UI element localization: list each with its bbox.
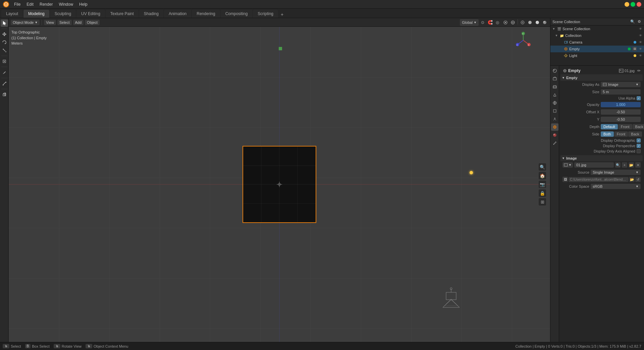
display-as-dropdown[interactable]: Image ▼: [601, 82, 641, 87]
tab-sculpting[interactable]: Sculpting: [50, 10, 76, 18]
scale-tool[interactable]: [1, 47, 8, 54]
image-section-header[interactable]: ▼ Image: [560, 155, 643, 161]
select-menu[interactable]: Select: [57, 20, 72, 25]
depth-back-btn[interactable]: Back: [633, 124, 644, 129]
rendered-shading[interactable]: [541, 19, 548, 26]
outliner-light[interactable]: ▶ Light 👁: [550, 52, 644, 59]
opacity-input[interactable]: 1.000: [601, 102, 641, 107]
offset-y-input[interactable]: -0.50: [601, 117, 641, 122]
render-props-btn[interactable]: [551, 67, 558, 74]
menu-edit[interactable]: Edit: [24, 1, 36, 7]
measure-tool[interactable]: [1, 80, 8, 87]
tab-animation[interactable]: Animation: [164, 10, 191, 18]
image-open-btn[interactable]: 📂: [629, 162, 634, 168]
tab-texture-paint[interactable]: Texture Paint: [106, 10, 139, 18]
image-type-selector[interactable]: ▼: [562, 162, 573, 168]
menu-help[interactable]: Help: [76, 1, 90, 7]
world-props-btn[interactable]: [551, 99, 558, 107]
image-unlink-btn[interactable]: ✕: [635, 162, 641, 168]
collection-expand[interactable]: ▼: [552, 27, 556, 31]
tab-layout[interactable]: Layout: [1, 10, 23, 18]
file-path-reload[interactable]: ↺: [635, 177, 641, 182]
color-space-dropdown[interactable]: sRGB ▼: [591, 184, 641, 189]
menu-render[interactable]: Render: [37, 1, 55, 7]
outliner-scene-collection[interactable]: ▼ 🎬 Scene Collection 👁: [550, 25, 644, 32]
view-layer-props-btn[interactable]: [551, 83, 558, 91]
transform-pivot[interactable]: ⊙: [479, 19, 486, 26]
select-key[interactable]: 🖱: [3, 344, 9, 348]
file-path-browse[interactable]: 📂: [629, 177, 635, 182]
outliner-camera[interactable]: ▶ Camera 👁: [550, 39, 644, 46]
file-path-icon[interactable]: 🖼: [562, 177, 568, 182]
side-back-btn[interactable]: Back: [628, 131, 642, 137]
viewport-fly-mode[interactable]: 🏠: [539, 172, 546, 179]
outliner-filter-btn[interactable]: 🔍: [630, 19, 635, 24]
viewport-camera-view[interactable]: 📷: [539, 181, 546, 188]
material-shading[interactable]: [534, 19, 541, 26]
particles-props-btn[interactable]: [551, 139, 558, 147]
menu-window[interactable]: Window: [56, 1, 76, 7]
tab-rendering[interactable]: Rendering: [192, 10, 220, 18]
props-edit-icon[interactable]: ✏: [637, 68, 641, 73]
viewport-area[interactable]: Object Mode ▼ View Select Add Object Glo…: [9, 18, 550, 342]
collection-expand-inner[interactable]: ▼: [554, 34, 558, 38]
display-persp-checkbox[interactable]: [637, 144, 641, 148]
tab-compositing[interactable]: Compositing: [221, 10, 253, 18]
tab-uv-editing[interactable]: UV Editing: [76, 10, 105, 18]
depth-default-btn[interactable]: Default: [601, 124, 618, 129]
object-mode-dropdown[interactable]: Object Mode ▼: [11, 20, 40, 25]
size-input[interactable]: 5 m: [601, 89, 641, 95]
menu-file[interactable]: File: [11, 1, 23, 7]
viewport-overlay-btn[interactable]: [502, 19, 509, 26]
output-props-btn[interactable]: [551, 75, 558, 82]
source-dropdown[interactable]: Single Image ▼: [591, 170, 641, 175]
viewport-canvas[interactable]: Top Orthographic (1) Collection | Empty …: [9, 27, 550, 342]
image-name-field[interactable]: 01.jpg: [574, 162, 614, 168]
view-menu[interactable]: View: [44, 20, 56, 25]
use-alpha-checkbox[interactable]: [637, 96, 641, 100]
context-key[interactable]: 🖱: [86, 344, 92, 348]
annotate-tool[interactable]: [1, 69, 8, 76]
modifier-props-btn[interactable]: [551, 115, 558, 123]
select-tool[interactable]: [1, 19, 8, 27]
scene-eye-icon[interactable]: 👁: [638, 26, 643, 31]
proportional-editing[interactable]: ◎: [494, 19, 501, 26]
outliner-filter2-btn[interactable]: ⚙: [637, 19, 642, 24]
add-workspace-button[interactable]: +: [279, 11, 285, 18]
data-props-btn[interactable]: [551, 123, 558, 131]
empty-section-header[interactable]: ▼ Empty: [560, 75, 643, 81]
image-new-btn[interactable]: +: [622, 162, 627, 168]
image-browse-btn[interactable]: 🔍: [615, 162, 621, 168]
object-props-btn[interactable]: [551, 107, 558, 115]
add-menu[interactable]: Add: [73, 20, 84, 25]
solid-shading[interactable]: [527, 19, 533, 26]
add-cube-tool[interactable]: [1, 91, 8, 98]
box-select-key[interactable]: B: [25, 344, 31, 348]
display-ortho-checkbox[interactable]: [637, 138, 641, 142]
collection-eye-icon[interactable]: 👁: [638, 33, 643, 38]
object-menu[interactable]: Object: [85, 20, 100, 25]
camera-eye-icon[interactable]: 👁: [638, 40, 643, 45]
offset-x-input[interactable]: -0.50: [601, 109, 641, 115]
rotate-tool[interactable]: [1, 39, 8, 46]
viewport-grid-toggle[interactable]: ⊞: [539, 198, 546, 206]
transform-tool[interactable]: [1, 58, 8, 65]
wireframe-shading[interactable]: [519, 19, 526, 26]
tab-shading[interactable]: Shading: [139, 10, 163, 18]
viewport-zoom-in[interactable]: 🔍: [539, 163, 546, 171]
empty-eye-icon[interactable]: 👁: [638, 47, 643, 51]
maximize-button[interactable]: [631, 2, 635, 7]
outliner-collection[interactable]: ▼ 📁 Collection 👁: [550, 32, 644, 39]
light-eye-icon[interactable]: 👁: [638, 53, 643, 58]
viewport-gizmo-btn[interactable]: [509, 19, 516, 26]
tab-scripting[interactable]: Scripting: [253, 10, 278, 18]
global-transform[interactable]: Global ▼: [460, 19, 479, 26]
close-button[interactable]: [637, 2, 641, 7]
snap-toggle[interactable]: 🧲: [487, 19, 493, 26]
move-tool[interactable]: [1, 31, 8, 38]
tab-modeling[interactable]: Modeling: [23, 10, 49, 18]
side-front-btn[interactable]: Front: [614, 131, 628, 137]
depth-front-btn[interactable]: Front: [618, 124, 632, 129]
scene-props-btn[interactable]: [551, 91, 558, 99]
selected-empty-object[interactable]: [243, 146, 316, 223]
